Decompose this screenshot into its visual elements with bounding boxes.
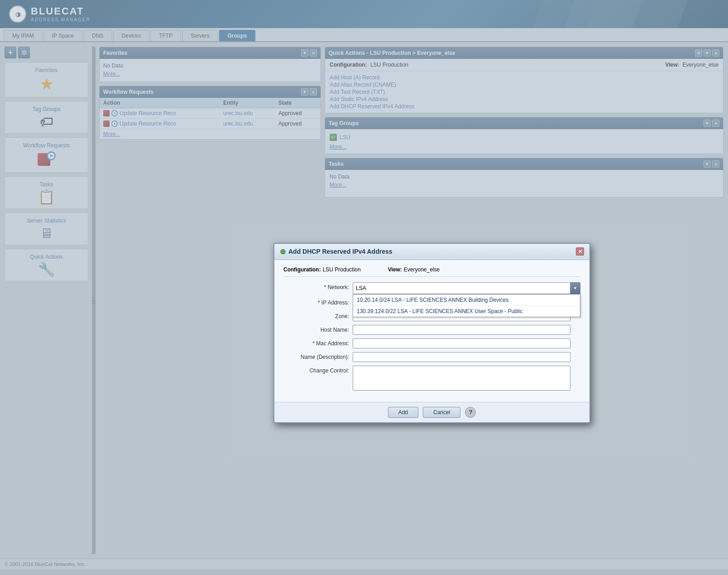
modal-help-button[interactable]: ? xyxy=(465,407,476,418)
change-control-label: Change Control: xyxy=(283,366,349,374)
name-desc-label: Name (Description): xyxy=(283,352,349,360)
modal-header: ⊕ Add DHCP Reserved IPv4 Address ✕ xyxy=(274,244,589,260)
zone-label: Zone: xyxy=(283,311,349,319)
network-input[interactable] xyxy=(353,282,570,294)
modal-config-label: Configuration: xyxy=(283,266,321,273)
modal-title-text: Add DHCP Reserved IPv4 Address xyxy=(288,248,393,255)
network-label: * Network: xyxy=(283,282,349,290)
form-row-network: * Network: ▼ 10.20.14.0/24 LSA - LIFE SC… xyxy=(283,282,580,294)
modal-config: Configuration: LSU Production xyxy=(283,266,361,273)
modal-footer: Add Cancel ? xyxy=(274,402,589,422)
modal-view-value: Everyone_else xyxy=(404,266,440,273)
modal-cancel-button[interactable]: Cancel xyxy=(423,407,460,418)
form-row-hostname: Host Name: xyxy=(283,325,580,335)
modal-close-btn[interactable]: ✕ xyxy=(576,247,584,256)
hostname-input-wrapper xyxy=(353,325,580,335)
modal-view-label: View: xyxy=(388,266,402,273)
network-dropdown-btn[interactable]: ▼ xyxy=(570,282,580,294)
name-desc-input[interactable] xyxy=(353,352,570,362)
modal-dialog: ⊕ Add DHCP Reserved IPv4 Address ✕ Confi… xyxy=(273,243,590,423)
modal-overlay: ⊕ Add DHCP Reserved IPv4 Address ✕ Confi… xyxy=(0,0,728,575)
form-row-mac: * Mac Address: xyxy=(283,338,580,348)
hostname-input[interactable] xyxy=(353,325,570,335)
mac-input[interactable] xyxy=(353,338,570,348)
dropdown-item[interactable]: 10.20.14.0/24 LSA - LIFE SCIENCES ANNEX … xyxy=(353,295,580,306)
change-control-input-wrapper xyxy=(353,366,580,392)
hostname-label: Host Name: xyxy=(283,325,349,333)
mac-input-wrapper xyxy=(353,338,580,348)
form-row-name-desc: Name (Description): xyxy=(283,352,580,362)
modal-config-row: Configuration: LSU Production View: Ever… xyxy=(283,266,580,277)
change-control-textarea[interactable] xyxy=(353,366,570,391)
mac-label: * Mac Address: xyxy=(283,338,349,347)
modal-title-icon: ⊕ xyxy=(280,247,286,256)
network-input-wrapper: ▼ 10.20.14.0/24 LSA - LIFE SCIENCES ANNE… xyxy=(353,282,580,294)
ip-address-label: * IP Address: xyxy=(283,298,349,306)
network-dropdown-list: 10.20.14.0/24 LSA - LIFE SCIENCES ANNEX … xyxy=(353,294,580,317)
modal-add-button[interactable]: Add xyxy=(388,407,418,418)
dropdown-item[interactable]: 130.39.124.0/22 LSA - LIFE SCIENCES ANNE… xyxy=(353,306,580,317)
modal-config-value: LSU Production xyxy=(323,266,361,273)
name-desc-input-wrapper xyxy=(353,352,580,362)
modal-view: View: Everyone_else xyxy=(388,266,440,273)
modal-body: Configuration: LSU Production View: Ever… xyxy=(274,260,589,402)
modal-title: ⊕ Add DHCP Reserved IPv4 Address xyxy=(280,247,393,256)
form-row-change-control: Change Control: xyxy=(283,366,580,392)
